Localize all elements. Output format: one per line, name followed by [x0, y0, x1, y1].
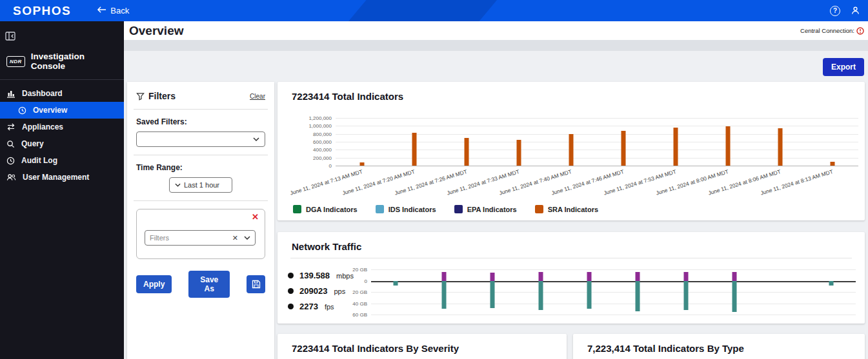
y-axis-tick: 600,000 [313, 139, 332, 145]
chevron-down-icon [244, 236, 250, 240]
indicators-plot: 1,200,0001,000,000800,000600,000400,0002… [336, 118, 858, 166]
y-axis-tick: 20 GB [352, 289, 367, 295]
traffic-bar [636, 272, 640, 281]
saved-filters-label: Saved Filters: [136, 117, 265, 126]
traffic-bar [636, 281, 640, 311]
chevron-down-icon [253, 137, 259, 141]
y-axis-tick: 200,000 [313, 155, 332, 160]
traffic-bar [732, 272, 737, 281]
topbar-actions: ? [830, 6, 860, 16]
sidebar-item-user-management[interactable]: User Management [0, 169, 124, 186]
stat-value: 2273 [299, 302, 318, 311]
stat-value: 139.588 [299, 271, 330, 280]
total-indicators-title: 7223414 Total Indicators [278, 82, 865, 102]
sidebar-item-label: Appliances [22, 122, 63, 131]
indicators-legend: DGA Indicators IDS Indicators EPA Indica… [293, 205, 598, 213]
time-range-select[interactable]: Last 1 hour [169, 177, 232, 193]
users-icon [6, 173, 16, 181]
traffic-plot: 20 GB020 GB40 GB60 GB [371, 269, 856, 315]
screen: SOPHOS Back ? NDR Investigation Console [0, 0, 868, 359]
divider [134, 155, 268, 155]
save-as-button[interactable]: Save As [188, 271, 230, 298]
gridline [336, 118, 858, 119]
traffic-stat-mbps: 139.588 mbps [288, 271, 354, 280]
sidebar-item-overview[interactable]: Overview [0, 102, 124, 119]
legend-item-dga[interactable]: DGA Indicators [293, 205, 358, 213]
clock-icon [18, 106, 26, 115]
chevron-down-icon [175, 183, 181, 187]
y-axis-tick: 1,000,000 [308, 123, 332, 129]
sidebar-item-label: Audit Log [21, 156, 57, 165]
apply-button[interactable]: Apply [136, 275, 172, 293]
warning-icon [856, 27, 864, 35]
traffic-stat-fps: 2273 fps [288, 302, 354, 311]
y-axis-tick: 400,000 [313, 147, 332, 153]
indicator-bar [621, 131, 625, 166]
user-account-icon[interactable] [851, 6, 860, 15]
sidebar-item-label: User Management [23, 173, 89, 182]
sidebar-item-query[interactable]: Query [0, 135, 124, 152]
legend-label: IDS Indicators [389, 206, 436, 213]
traffic-bar [490, 273, 494, 280]
traffic-bar [684, 281, 689, 311]
topbar: SOPHOS Back ? [0, 0, 868, 21]
indicator-bar [464, 138, 469, 166]
indicator-bar [412, 133, 416, 166]
epa-swatch-icon [454, 205, 463, 213]
clear-combo-icon[interactable]: ✕ [232, 234, 238, 242]
sidebar-item-audit-log[interactable]: Audit Log [0, 152, 124, 169]
dga-swatch-icon [293, 205, 301, 213]
back-button[interactable]: Back [97, 6, 129, 15]
filter-buttons: Apply Save As [136, 271, 265, 298]
product-header: NDR Investigation Console [0, 43, 124, 80]
clear-filters-link[interactable]: Clear [250, 93, 265, 100]
export-button[interactable]: Export [823, 58, 864, 76]
network-traffic-card: Network Traffic 139.588 mbps 209023 pps … [278, 232, 865, 324]
traffic-bar [538, 272, 543, 281]
back-label: Back [110, 6, 129, 15]
remove-filter-group-icon[interactable]: ✕ [252, 213, 259, 221]
bullet-icon [288, 273, 294, 278]
indicators-xlabels: June 11, 2024 at 7:13 AM MDTJune 11, 202… [336, 166, 858, 200]
indicators-by-type-card: 7,223,414 Total Indicators By Type [573, 334, 865, 359]
y-axis-tick: 0 [365, 278, 367, 284]
filter-combo[interactable]: Filters ✕ [145, 230, 256, 246]
traffic-bar [587, 272, 591, 280]
indicator-bar [778, 128, 782, 166]
traffic-bar [684, 272, 689, 280]
bullet-icon [288, 304, 294, 309]
indicator-bar [359, 162, 364, 166]
traffic-bar [393, 281, 398, 286]
secondary-toolbar [124, 40, 868, 51]
sidebar-item-dashboard[interactable]: Dashboard [0, 85, 124, 102]
saved-filters-select[interactable] [136, 131, 265, 147]
traffic-bar [441, 272, 446, 280]
legend-item-epa[interactable]: EPA Indicators [454, 205, 517, 213]
y-axis-tick: 800,000 [313, 131, 332, 137]
stat-unit: mbps [336, 272, 354, 280]
gridline [371, 315, 856, 315]
sidebar: NDR Investigation Console Dashboard Over… [0, 21, 124, 359]
swap-arrows-icon [6, 123, 15, 131]
indicator-bar [830, 162, 834, 166]
indicator-bar [673, 128, 678, 166]
sidebar-item-appliances[interactable]: Appliances [0, 119, 124, 135]
traffic-bar [732, 281, 737, 312]
legend-item-ids[interactable]: IDS Indicators [376, 205, 436, 213]
central-connection-label: Central Connection: [800, 27, 854, 34]
stat-unit: pps [334, 287, 345, 295]
page-header: Overview Central Connection: [124, 21, 868, 40]
stat-unit: fps [325, 303, 334, 311]
sidebar-item-label: Query [21, 139, 44, 148]
time-range-value: Last 1 hour [184, 181, 219, 189]
collapse-panel-icon[interactable] [5, 32, 15, 43]
traffic-stats: 139.588 mbps 209023 pps 2273 fps [288, 271, 354, 317]
indicator-bar [569, 134, 573, 166]
filters-title: Filters [148, 91, 176, 101]
save-filter-button[interactable] [247, 275, 265, 293]
legend-item-sra[interactable]: SRA Indicators [535, 205, 598, 213]
sidebar-item-label: Dashboard [22, 89, 63, 98]
indicators-by-severity-title: 7223414 Total Indicators By Severity [278, 334, 567, 354]
filter-group: ✕ Filters ✕ [136, 209, 265, 259]
help-icon[interactable]: ? [830, 6, 840, 16]
